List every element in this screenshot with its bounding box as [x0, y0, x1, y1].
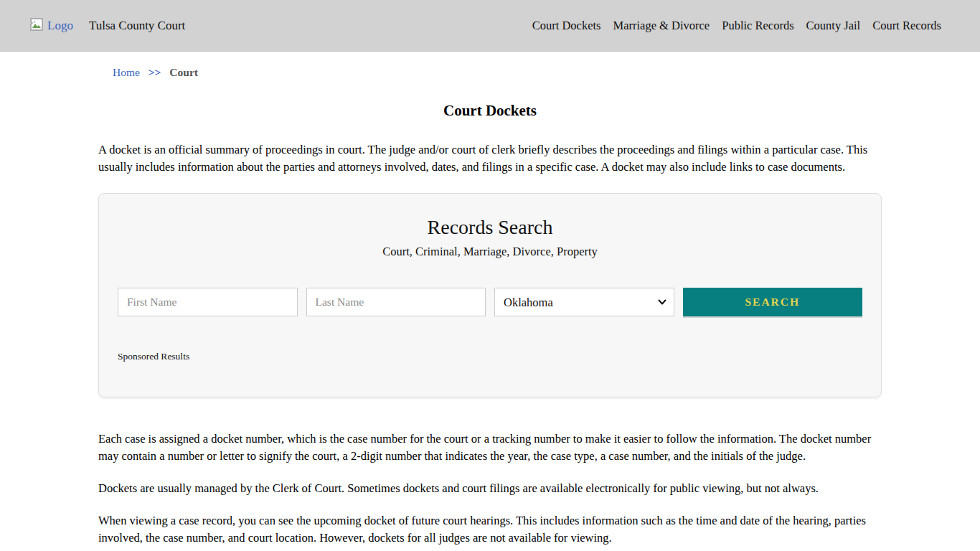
- nav-item-court-dockets[interactable]: Court Dockets: [532, 19, 601, 33]
- logo-alt-text: Logo: [47, 19, 73, 33]
- intro-paragraph: A docket is an official summary of proce…: [98, 141, 882, 175]
- sponsored-results-label: Sponsored Results: [118, 351, 862, 362]
- nav-item-marriage-divorce[interactable]: Marriage & Divorce: [613, 19, 710, 33]
- page-title: Court Dockets: [98, 102, 882, 120]
- breadcrumb-home-link[interactable]: Home: [113, 66, 140, 78]
- breadcrumb: Home >> Court: [98, 66, 882, 79]
- last-name-field-wrap: [306, 288, 486, 316]
- last-name-input[interactable]: [306, 288, 486, 316]
- records-search-title: Records Search: [118, 215, 862, 240]
- logo-link[interactable]: Logo: [29, 17, 73, 34]
- records-search-form: Oklahoma SEARCH: [118, 288, 862, 316]
- records-search-subtitle: Court, Criminal, Marriage, Divorce, Prop…: [118, 245, 862, 259]
- first-name-field-wrap: [118, 288, 298, 316]
- state-select-wrap: Oklahoma: [494, 288, 674, 316]
- body-copy: Each case is assigned a docket number, w…: [98, 430, 882, 547]
- search-button-wrap: SEARCH: [683, 288, 863, 316]
- nav-item-county-jail[interactable]: County Jail: [806, 19, 861, 33]
- main-content: Home >> Court Court Dockets A docket is …: [98, 66, 882, 547]
- breadcrumb-separator: >>: [149, 66, 161, 78]
- nav-item-court-records[interactable]: Court Records: [872, 19, 941, 33]
- site-title: Tulsa County Court: [89, 19, 185, 33]
- breadcrumb-current: Court: [169, 66, 198, 78]
- main-nav: Court Dockets Marriage & Divorce Public …: [532, 19, 941, 33]
- first-name-input[interactable]: [118, 288, 298, 316]
- site-header: Logo Tulsa County Court Court Dockets Ma…: [0, 0, 980, 52]
- broken-image-icon: [29, 17, 44, 34]
- paragraph-clerk-of-court: Dockets are usually managed by the Clerk…: [98, 480, 882, 497]
- paragraph-docket-number: Each case is assigned a docket number, w…: [98, 430, 882, 465]
- nav-item-public-records[interactable]: Public Records: [722, 19, 793, 33]
- search-button[interactable]: SEARCH: [683, 288, 863, 316]
- paragraph-viewing-case-record: When viewing a case record, you can see …: [98, 512, 882, 547]
- records-search-panel: Records Search Court, Criminal, Marriage…: [98, 193, 882, 397]
- state-select[interactable]: Oklahoma: [494, 288, 674, 316]
